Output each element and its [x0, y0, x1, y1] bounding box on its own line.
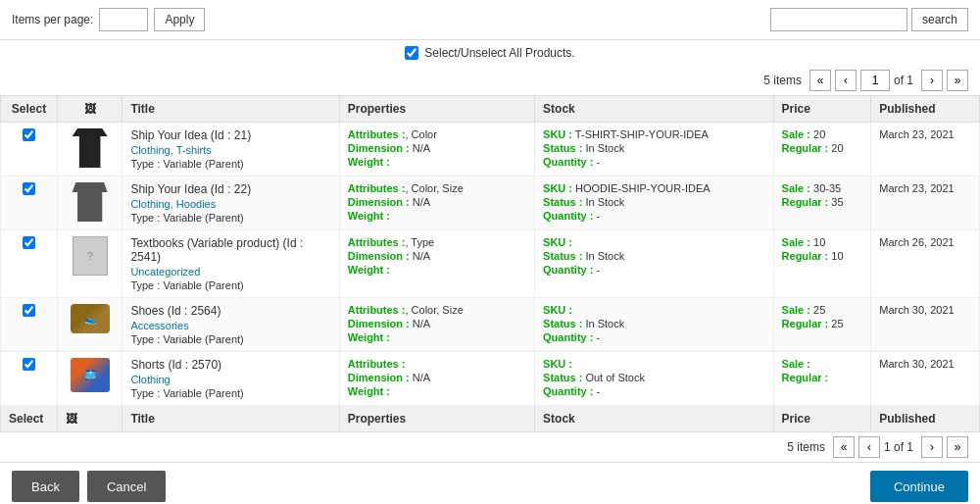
product-category[interactable]: Accessories: [130, 320, 330, 331]
product-category[interactable]: Clothing: [130, 374, 330, 385]
prop-weight: Weight :: [348, 156, 526, 168]
stock-quantity: Quantity : -: [543, 264, 765, 276]
table-row: Ship Your Idea (Id : 21) Clothing, T-shi…: [1, 123, 980, 176]
product-type: Type : Variable (Parent): [130, 212, 330, 224]
row-checkbox-4[interactable]: [23, 358, 35, 371]
prop-dimension: Dimension : N/A: [348, 196, 526, 208]
stock-quantity: Quantity : -: [543, 385, 765, 397]
first-page-btn-bottom[interactable]: «: [833, 436, 855, 458]
header-select: Select: [1, 96, 58, 123]
stock-sku: SKU : HOODIE-SHIP-YOUR-IDEA: [543, 182, 765, 194]
first-page-btn-top[interactable]: «: [809, 70, 831, 91]
stock-status: Status : In Stock: [543, 196, 765, 208]
table-row: 👟 Shoes (Id : 2564) Accessories Type : V…: [1, 298, 980, 352]
select-all-checkbox[interactable]: [405, 46, 418, 60]
top-bar: Items per page: Apply search: [0, 0, 980, 40]
product-category[interactable]: Clothing, Hoodies: [130, 198, 330, 210]
product-category[interactable]: Clothing, T-shirts: [130, 144, 330, 156]
items-per-page-input[interactable]: [99, 8, 148, 31]
row-title-cell: Shoes (Id : 2564) Accessories Type : Var…: [122, 298, 339, 352]
price-regular: Regular :: [782, 372, 863, 383]
prop-attributes: Attributes :, Color, Size: [348, 304, 526, 316]
header-stock: Stock: [535, 96, 774, 123]
back-button[interactable]: Back: [12, 471, 79, 502]
prop-weight: Weight :: [348, 210, 526, 222]
row-properties-cell: Attributes :, Color, Size Dimension : N/…: [339, 176, 534, 230]
row-title-cell: Textbooks (Variable product) (Id : 2541)…: [122, 230, 339, 298]
apply-button[interactable]: Apply: [154, 8, 205, 31]
row-image-cell: ?: [57, 230, 122, 298]
table-row: Ship Your Idea (Id : 22) Clothing, Hoodi…: [1, 176, 980, 230]
prop-weight: Weight :: [348, 264, 526, 276]
products-table: Select 🖼 Title Properties Stock Price Pu…: [0, 95, 980, 432]
next-page-btn-bottom[interactable]: ›: [921, 436, 943, 458]
footer-select: Select: [1, 406, 58, 432]
row-select-cell: [1, 230, 58, 298]
prev-page-btn-bottom[interactable]: ‹: [858, 436, 880, 458]
row-title-cell: Ship Your Idea (Id : 21) Clothing, T-shi…: [122, 123, 339, 176]
continue-button[interactable]: Continue: [870, 471, 968, 502]
stock-quantity: Quantity : -: [543, 156, 765, 168]
row-published-cell: March 23, 2021: [871, 176, 980, 230]
prop-dimension: Dimension : N/A: [348, 142, 526, 154]
row-price-cell: Sale : 30-35 Regular : 35: [773, 176, 871, 230]
footer-title: Title: [122, 406, 339, 432]
search-input[interactable]: [770, 8, 907, 31]
of-label-top: of 1: [894, 74, 913, 87]
current-page-input-top[interactable]: [860, 70, 890, 91]
last-page-btn-top[interactable]: »: [947, 70, 968, 91]
row-checkbox-1[interactable]: [23, 182, 35, 195]
price-sale: Sale : 30-35: [782, 182, 863, 194]
row-properties-cell: Attributes : Dimension : N/A Weight :: [339, 352, 534, 406]
row-price-cell: Sale : 25 Regular : 25: [773, 298, 871, 352]
price-regular: Regular : 25: [782, 318, 863, 329]
stock-sku: SKU :: [543, 304, 765, 316]
table-header-row: Select 🖼 Title Properties Stock Price Pu…: [1, 96, 980, 123]
row-price-cell: Sale : 20 Regular : 20: [773, 123, 871, 176]
price-sale: Sale : 20: [782, 128, 863, 140]
product-type: Type : Variable (Parent): [130, 158, 330, 170]
product-type: Type : Variable (Parent): [130, 279, 330, 291]
row-stock-cell: SKU : HOODIE-SHIP-YOUR-IDEA Status : In …: [535, 176, 774, 230]
row-properties-cell: Attributes :, Type Dimension : N/A Weigh…: [339, 230, 534, 298]
next-page-btn-top[interactable]: ›: [921, 70, 943, 91]
stock-sku: SKU :: [543, 358, 765, 370]
row-properties-cell: Attributes :, Color, Size Dimension : N/…: [339, 298, 534, 352]
product-category[interactable]: Uncategorized: [130, 266, 330, 277]
page-info-bottom: 1 of 1: [884, 440, 913, 454]
row-stock-cell: SKU : Status : Out of Stock Quantity : -: [535, 352, 774, 406]
prop-dimension: Dimension : N/A: [348, 318, 526, 329]
prop-dimension: Dimension : N/A: [348, 372, 526, 383]
stock-status: Status : In Stock: [543, 142, 765, 154]
row-checkbox-3[interactable]: [23, 304, 35, 317]
row-published-cell: March 26, 2021: [871, 230, 980, 298]
row-select-cell: [1, 176, 58, 230]
header-price: Price: [773, 96, 871, 123]
row-checkbox-0[interactable]: [23, 128, 35, 141]
published-date: March 23, 2021: [879, 182, 971, 194]
row-select-cell: [1, 352, 58, 406]
footer-stock: Stock: [535, 406, 774, 432]
row-stock-cell: SKU : Status : In Stock Quantity : -: [535, 298, 774, 352]
row-published-cell: March 30, 2021: [871, 298, 980, 352]
row-checkbox-2[interactable]: [23, 236, 35, 249]
row-image-cell: [57, 123, 122, 176]
stock-quantity: Quantity : -: [543, 210, 765, 222]
prev-page-btn-top[interactable]: ‹: [835, 70, 857, 91]
footer-properties: Properties: [339, 406, 534, 432]
header-image: 🖼: [57, 96, 122, 123]
prop-dimension: Dimension : N/A: [348, 250, 526, 262]
last-page-btn-bottom[interactable]: »: [947, 436, 968, 458]
published-date: March 26, 2021: [879, 236, 971, 248]
stock-sku: SKU : T-SHIRT-SHIP-YOUR-IDEA: [543, 128, 765, 140]
search-button[interactable]: search: [911, 8, 968, 31]
footer-price: Price: [773, 406, 871, 432]
cancel-button[interactable]: Cancel: [87, 471, 166, 502]
item-count-top: 5 items: [763, 74, 802, 87]
row-published-cell: March 23, 2021: [871, 123, 980, 176]
row-select-cell: [1, 298, 58, 352]
prop-weight: Weight :: [348, 385, 526, 397]
footer-image: 🖼: [57, 406, 122, 432]
product-type: Type : Variable (Parent): [130, 387, 330, 399]
row-image-cell: 👟: [57, 298, 122, 352]
